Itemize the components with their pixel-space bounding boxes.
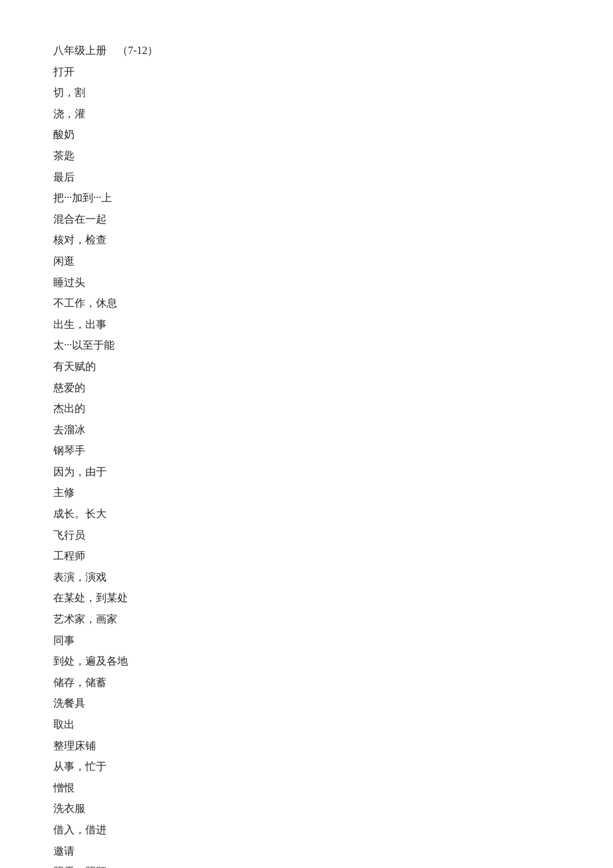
list-item: 把···加到···上 xyxy=(53,187,560,209)
list-item: 打开 xyxy=(53,61,560,83)
list-item: 整理床铺 xyxy=(53,735,560,757)
list-item: 艺术家，画家 xyxy=(53,609,560,630)
list-item: 飞行员 xyxy=(53,525,560,546)
list-item: 照看，照顾 xyxy=(53,861,560,868)
list-item: 洗衣服 xyxy=(53,798,560,819)
list-item: 洗餐具 xyxy=(53,693,560,714)
list-item: 取出 xyxy=(53,714,560,735)
list-item: 从事，忙于 xyxy=(53,756,560,777)
list-item: 杰出的 xyxy=(53,398,560,419)
list-item: 到处，遍及各地 xyxy=(53,651,560,672)
list-item: 表演，演戏 xyxy=(53,567,560,588)
list-item: 在某处，到某处 xyxy=(53,587,560,609)
vocabulary-list: 八年级上册 （7-12）打开切，割浇，灌酸奶茶匙最后把···加到···上混合在一… xyxy=(53,40,560,868)
list-item: 成长。长大 xyxy=(53,503,560,525)
list-item: 钢琴手 xyxy=(53,440,560,461)
list-item: 邀请 xyxy=(53,841,560,862)
list-item: 同事 xyxy=(53,630,560,651)
list-item: 工程师 xyxy=(53,545,560,567)
list-item: 切，割 xyxy=(53,82,560,103)
list-item: 憎恨 xyxy=(53,777,560,799)
list-item: 闲逛 xyxy=(53,251,560,272)
list-item: 最后 xyxy=(53,167,560,188)
list-item: 去溜冰 xyxy=(53,419,560,441)
list-item: 出生，出事 xyxy=(53,314,560,335)
list-item: 混合在一起 xyxy=(53,209,560,230)
list-item: 储存，储蓄 xyxy=(53,672,560,693)
list-item: 主修 xyxy=(53,482,560,503)
list-item: 慈爱的 xyxy=(53,377,560,399)
list-item: 因为，由于 xyxy=(53,461,560,483)
list-item: 茶匙 xyxy=(53,145,560,167)
list-item: 有天赋的 xyxy=(53,356,560,377)
list-item: 借入，借进 xyxy=(53,819,560,841)
list-item: 八年级上册 （7-12） xyxy=(53,40,560,61)
list-item: 太···以至于能 xyxy=(53,335,560,356)
list-item: 不工作，休息 xyxy=(53,293,560,314)
list-item: 浇，灌 xyxy=(53,103,560,125)
list-item: 睡过头 xyxy=(53,272,560,293)
list-item: 核对，检查 xyxy=(53,229,560,251)
list-item: 酸奶 xyxy=(53,124,560,145)
